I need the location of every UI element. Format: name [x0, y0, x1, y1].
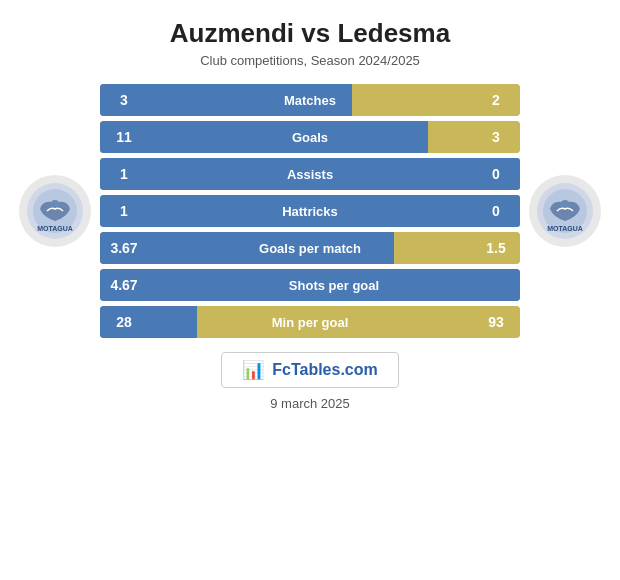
left-logo-circle: MOTAGUA: [19, 175, 91, 247]
stat-label-goals: Goals: [148, 130, 472, 145]
stat-val-left-min_per_goal: 28: [100, 314, 148, 330]
fctables-icon: 📊: [242, 359, 264, 381]
stat-row-shots_per_goal: 4.67Shots per goal: [100, 269, 520, 301]
stats-container: 3Matches211Goals31Assists01Hattricks03.6…: [100, 84, 520, 338]
stat-row-assists: 1Assists0: [100, 158, 520, 190]
right-logo-circle: MOTAGUA: [529, 175, 601, 247]
subtitle: Club competitions, Season 2024/2025: [170, 53, 450, 68]
stat-val-right-matches: 2: [472, 92, 520, 108]
fctables-badge: 📊 FcTables.com: [221, 352, 399, 388]
stat-val-left-assists: 1: [100, 166, 148, 182]
stat-label-assists: Assists: [148, 167, 472, 182]
stat-label-shots_per_goal: Shots per goal: [148, 278, 520, 293]
svg-text:MOTAGUA: MOTAGUA: [547, 225, 583, 232]
stat-label-min_per_goal: Min per goal: [148, 315, 472, 330]
stat-row-goals: 11Goals3: [100, 121, 520, 153]
team-logo-right: MOTAGUA: [520, 175, 610, 247]
stat-val-left-goals: 11: [100, 129, 148, 145]
right-team-crest-icon: MOTAGUA: [535, 181, 595, 241]
stat-label-hattricks: Hattricks: [148, 204, 472, 219]
page-title: Auzmendi vs Ledesma: [170, 18, 450, 49]
stat-row-hattricks: 1Hattricks0: [100, 195, 520, 227]
left-team-crest-icon: MOTAGUA: [25, 181, 85, 241]
stat-val-right-goals: 3: [472, 129, 520, 145]
stat-val-left-matches: 3: [100, 92, 148, 108]
main-content: MOTAGUA 3Matches211Goals31Assists01Hattr…: [0, 74, 620, 338]
stat-val-left-hattricks: 1: [100, 203, 148, 219]
stat-label-matches: Matches: [148, 93, 472, 108]
stat-row-goals_per_match: 3.67Goals per match1.5: [100, 232, 520, 264]
stat-row-min_per_goal: 28Min per goal93: [100, 306, 520, 338]
svg-text:MOTAGUA: MOTAGUA: [37, 225, 73, 232]
page-header: Auzmendi vs Ledesma Club competitions, S…: [160, 0, 460, 74]
stat-val-right-hattricks: 0: [472, 203, 520, 219]
stat-label-goals_per_match: Goals per match: [148, 241, 472, 256]
stat-val-left-goals_per_match: 3.67: [100, 240, 148, 256]
stat-val-right-goals_per_match: 1.5: [472, 240, 520, 256]
date-label: 9 march 2025: [270, 396, 350, 411]
stat-val-right-assists: 0: [472, 166, 520, 182]
fctables-text: FcTables.com: [272, 361, 378, 379]
stat-row-matches: 3Matches2: [100, 84, 520, 116]
footer: 📊 FcTables.com 9 march 2025: [221, 352, 399, 411]
team-logo-left: MOTAGUA: [10, 175, 100, 247]
stat-val-left-shots_per_goal: 4.67: [100, 277, 148, 293]
stat-val-right-min_per_goal: 93: [472, 314, 520, 330]
